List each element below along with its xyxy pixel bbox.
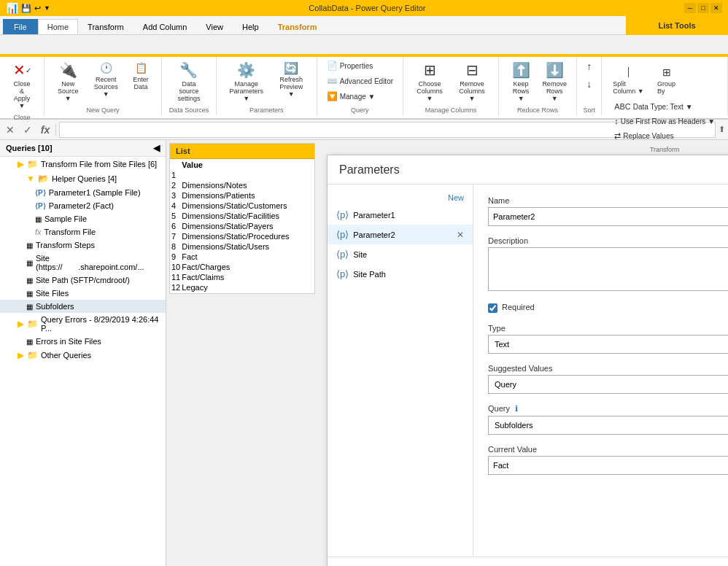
sidebar-item-transform-file-group[interactable]: ▶ 📁 Transform File from Site Files [6] bbox=[0, 157, 166, 171]
name-input[interactable] bbox=[488, 207, 728, 226]
choose-columns-icon: ⊞ bbox=[421, 61, 438, 79]
manage-parameters-button[interactable]: ⚙️ ManageParameters ▼ bbox=[222, 58, 271, 105]
sort-asc-button[interactable]: ↑ bbox=[583, 58, 595, 74]
group-by-button[interactable]: ⊞ GroupBy bbox=[652, 63, 681, 98]
sidebar-item-site-path[interactable]: ▦ Site Path (SFTP/cmdroot/) bbox=[0, 274, 166, 287]
description-input[interactable] bbox=[488, 247, 728, 291]
data-type-button[interactable]: ABC Data Type: Text ▼ bbox=[611, 100, 719, 113]
new-source-button[interactable]: 🔌 NewSource ▼ bbox=[50, 58, 85, 105]
sidebar-collapse-icon[interactable]: ◀ bbox=[153, 143, 160, 153]
refresh-preview-button[interactable]: 🔄 RefreshPreview ▼ bbox=[272, 58, 311, 101]
split-column-button[interactable]: ⏐ SplitColumn ▼ bbox=[608, 63, 648, 98]
suggested-values-label: Suggested Values bbox=[488, 364, 728, 373]
close-window-button[interactable]: ✕ bbox=[710, 3, 722, 13]
choose-columns-button[interactable]: ⊞ ChooseColumns ▼ bbox=[409, 58, 450, 105]
table-icon-2: ▦ bbox=[26, 241, 33, 249]
folder-open-icon: ▼ bbox=[26, 174, 35, 184]
param-list-item-param1[interactable]: ⟨p⟩ Parameter1 bbox=[328, 205, 473, 225]
query-select[interactable]: Subfolders Parameter1 Sample File Site F… bbox=[488, 416, 728, 435]
sidebar-item-subfolders[interactable]: ▦ Subfolders bbox=[0, 300, 166, 313]
sidebar-item-param1[interactable]: ⟨P⟩ Parameter1 (Sample File) bbox=[0, 186, 166, 199]
param-list-item-param2[interactable]: ⟨p⟩ Parameter2 ✕ bbox=[328, 225, 473, 244]
description-field: Description bbox=[488, 236, 728, 292]
new-source-icon: 🔌 bbox=[59, 61, 77, 79]
keep-rows-button[interactable]: ⬆️ KeepRows ▼ bbox=[505, 58, 537, 105]
tab-file[interactable]: File bbox=[3, 19, 38, 34]
table-row: 2Dimensions/Notes bbox=[171, 181, 290, 190]
sidebar-item-transform-steps[interactable]: ▦ Transform Steps bbox=[0, 239, 166, 252]
type-select[interactable]: Text Number Date DateTime Boolean Binary bbox=[488, 335, 728, 354]
col-header-value: Value bbox=[182, 160, 289, 169]
param-list-item-sitepath[interactable]: ⟨p⟩ Site Path bbox=[328, 264, 473, 284]
ribbon-tabs: List Tools File Home Transform Add Colum… bbox=[0, 16, 728, 35]
refresh-preview-icon: 🔄 bbox=[284, 61, 298, 74]
type-field: Type Text Number Date DateTime Boolean B… bbox=[488, 324, 728, 354]
cancel-formula-icon[interactable]: ✕ bbox=[3, 123, 18, 137]
remove-rows-button[interactable]: ⬇️ RemoveRows ▼ bbox=[538, 58, 570, 105]
reduce-rows-label: Reduce Rows bbox=[505, 105, 570, 114]
sidebar-item-site-files[interactable]: ▦ Site Files bbox=[0, 287, 166, 300]
row-value: Fact/Claims bbox=[182, 273, 289, 282]
tab-transform2[interactable]: Transform bbox=[268, 19, 327, 34]
suggested-values-select[interactable]: Any value List of values Query bbox=[488, 375, 728, 394]
title-bar-icons: 📊 💾 ↩ ▼ bbox=[6, 2, 50, 14]
advanced-editor-icon: ⌨️ bbox=[327, 76, 338, 86]
table-icon: ▦ bbox=[35, 215, 42, 223]
row-value: Dimensions/Notes bbox=[182, 181, 289, 190]
minimize-button[interactable]: ─ bbox=[684, 3, 696, 13]
tab-help[interactable]: Help bbox=[233, 19, 268, 34]
table-row: 6Dimensions/Static/Payers bbox=[171, 222, 290, 230]
use-first-row-button[interactable]: ↕ Use First Row as Headers ▼ bbox=[611, 115, 719, 128]
undo-icon[interactable]: ↩ bbox=[34, 4, 41, 13]
table-row: 10Fact/Charges bbox=[171, 263, 290, 271]
manage-button[interactable]: 🔽 Manage ▼ bbox=[323, 89, 379, 104]
tab-transform[interactable]: Transform bbox=[78, 19, 133, 34]
properties-button[interactable]: 📄 Properties bbox=[323, 58, 377, 73]
fx-formula-icon[interactable]: fx bbox=[38, 123, 53, 137]
current-value-input[interactable] bbox=[488, 456, 728, 475]
param-list-icon-4: ⟨p⟩ bbox=[336, 268, 349, 279]
close-apply-button[interactable]: ✕✓ Close &Apply ▼ bbox=[6, 58, 38, 112]
recent-sources-icon: 🕐 bbox=[99, 61, 112, 74]
param-list-item-site[interactable]: ⟨p⟩ Site bbox=[328, 244, 473, 264]
query-info-icon: ℹ bbox=[515, 404, 518, 413]
sort-desc-button[interactable]: ↓ bbox=[583, 76, 595, 92]
data-table-header: List bbox=[170, 144, 314, 159]
data-type-icon: ABC bbox=[614, 102, 631, 111]
row-value: Dimensions/Static/Users bbox=[182, 242, 289, 251]
dropdown-icon[interactable]: ▼ bbox=[44, 4, 50, 12]
enter-data-button[interactable]: 📋 EnterData bbox=[126, 58, 155, 93]
sidebar-item-param2[interactable]: ⟨P⟩ Parameter2 (Fact) bbox=[0, 199, 166, 212]
recent-sources-button[interactable]: 🕐 RecentSources ▼ bbox=[87, 58, 125, 101]
sidebar-item-sample-file[interactable]: ▦ Sample File bbox=[0, 212, 166, 225]
sidebar-item-other-queries[interactable]: ▶ 📁 Other Queries bbox=[0, 348, 166, 363]
ribbon: ✕✓ Close &Apply ▼ Close 🔌 NewSource ▼ 🕐 … bbox=[0, 54, 728, 120]
sidebar-item-site-https[interactable]: ▦ Site (https:// .sharepoint.com/... bbox=[0, 252, 166, 274]
sidebar-item-transform-file[interactable]: fx Transform File bbox=[0, 225, 166, 239]
sort-desc-icon: ↓ bbox=[586, 78, 592, 90]
dialog-footer: OK Cancel bbox=[328, 557, 728, 566]
sidebar-item-errors-in-site-files[interactable]: ▦ Errors in Site Files bbox=[0, 335, 166, 348]
table-row: 1 bbox=[171, 171, 290, 179]
tab-add-column[interactable]: Add Column bbox=[133, 19, 197, 34]
maximize-button[interactable]: □ bbox=[697, 3, 709, 13]
remove-columns-icon: ⊟ bbox=[463, 61, 481, 79]
tab-view[interactable]: View bbox=[196, 19, 233, 34]
save-icon[interactable]: 💾 bbox=[21, 4, 31, 13]
row-value: Fact bbox=[182, 252, 289, 261]
new-parameter-button[interactable]: New bbox=[448, 193, 464, 202]
row-number: 5 bbox=[171, 212, 180, 220]
remove-columns-button[interactable]: ⊟ RemoveColumns ▼ bbox=[452, 58, 492, 105]
sidebar-item-label: Errors in Site Files bbox=[36, 337, 101, 346]
row-value bbox=[182, 171, 289, 179]
delete-param2-button[interactable]: ✕ bbox=[457, 230, 464, 240]
required-checkbox[interactable] bbox=[488, 303, 497, 313]
sidebar-item-helper-queries[interactable]: ▼ 📂 Helper Queries [4] bbox=[0, 171, 166, 186]
sidebar-item-query-errors[interactable]: ▶ 📁 Query Errors - 8/29/2019 4:26:44 P..… bbox=[0, 313, 166, 335]
confirm-formula-icon[interactable]: ✓ bbox=[20, 123, 35, 137]
row-value: Legacy bbox=[182, 283, 289, 292]
advanced-editor-button[interactable]: ⌨️ Advanced Editor bbox=[323, 74, 397, 88]
data-source-settings-button[interactable]: 🔧 Data sourcesettings bbox=[168, 58, 210, 105]
tab-home[interactable]: Home bbox=[38, 19, 78, 34]
app-title: CollabData - Power Query Editor bbox=[309, 4, 425, 12]
